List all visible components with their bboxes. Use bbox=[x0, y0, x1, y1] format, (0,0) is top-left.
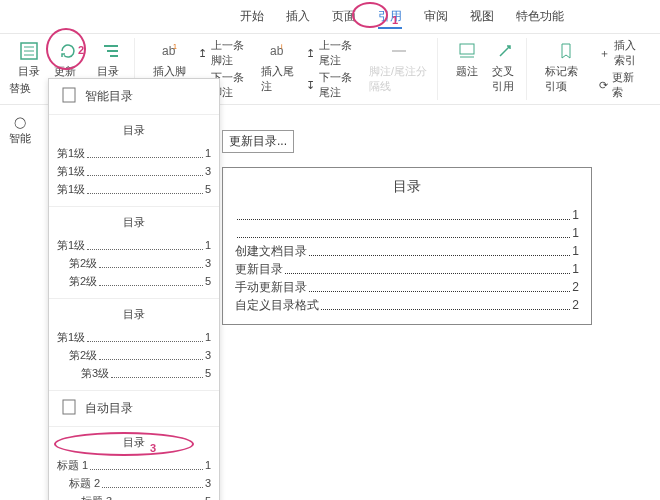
svg-text:1: 1 bbox=[173, 43, 177, 50]
toc-entry[interactable]: 手动更新目录2 bbox=[235, 278, 579, 296]
note-separator-button: 脚注/尾注分隔线 bbox=[367, 38, 431, 96]
up-arrow-icon: ↥ bbox=[198, 47, 207, 60]
up-arrow-icon: ↥ bbox=[306, 47, 315, 60]
toc-preview-line: 标题 11 bbox=[57, 456, 211, 474]
toc-entry[interactable]: 更新目录1 bbox=[235, 260, 579, 278]
svg-rect-15 bbox=[63, 400, 75, 414]
toc-preview-line: 第1级3 bbox=[57, 162, 211, 180]
doc-icon bbox=[59, 85, 79, 108]
toc-style-3[interactable]: 目录 第1级1第2级3第3级5 bbox=[49, 299, 219, 391]
tab-开始[interactable]: 开始 bbox=[240, 6, 264, 29]
toc-style-4[interactable]: 目录 标题 11标题 23标题 35 bbox=[49, 427, 219, 500]
tab-引用[interactable]: 引用 bbox=[378, 6, 402, 29]
cross-reference-button[interactable]: 交叉引用 bbox=[490, 38, 520, 96]
svg-rect-14 bbox=[63, 88, 75, 102]
crossref-icon bbox=[494, 40, 516, 62]
toc-preview-line: 标题 35 bbox=[81, 492, 211, 500]
smart-toc-header: 智能目录 bbox=[49, 79, 219, 115]
tab-插入[interactable]: 插入 bbox=[286, 6, 310, 29]
next-endnote-button[interactable]: ↧下一条尾注 bbox=[306, 70, 357, 100]
caption-icon bbox=[456, 40, 478, 62]
toc-preview-line: 第2级3 bbox=[69, 254, 211, 272]
caption-button[interactable]: 题注 bbox=[454, 38, 480, 81]
mark-index-button[interactable]: 标记索引项 bbox=[543, 38, 589, 96]
smart-toggle[interactable]: ◯智能 bbox=[9, 116, 31, 146]
footnote-insert-icon: ab1 bbox=[158, 40, 180, 62]
insert-index-button[interactable]: ＋插入索引 bbox=[599, 38, 644, 68]
replace-label: 替换 bbox=[9, 81, 31, 96]
toc-preview-line: 第3级5 bbox=[81, 364, 211, 382]
toc-icon bbox=[18, 40, 40, 62]
auto-toc-header: 自动目录 bbox=[49, 391, 219, 427]
tab-视图[interactable]: 视图 bbox=[470, 6, 494, 29]
separator-icon bbox=[388, 40, 410, 62]
toc-dropdown-menu: 智能目录 目录 第1级1第1级3第1级5 目录 第1级1第2级3第2级5 目录 … bbox=[48, 78, 220, 500]
prev-footnote-button[interactable]: ↥上一条脚注 bbox=[198, 38, 249, 68]
toc-entry[interactable]: 1 bbox=[235, 224, 579, 242]
toc-preview-line: 第1级1 bbox=[57, 236, 211, 254]
bookmark-icon bbox=[555, 40, 577, 62]
toc-dropdown-button[interactable]: 目录 bbox=[16, 38, 42, 81]
refresh-small-icon: ⟳ bbox=[599, 79, 608, 92]
toc-preview-line: 标题 23 bbox=[69, 474, 211, 492]
svg-rect-12 bbox=[460, 44, 474, 54]
toc-preview-line: 第1级1 bbox=[57, 328, 211, 346]
doc-icon bbox=[59, 397, 79, 420]
toc-field[interactable]: 目录 11创建文档目录1更新目录1手动更新目录2自定义目录格式2 bbox=[222, 167, 592, 325]
tab-审阅[interactable]: 审阅 bbox=[424, 6, 448, 29]
endnote-insert-icon: abi bbox=[266, 40, 288, 62]
toc-style-1[interactable]: 目录 第1级1第1级3第1级5 bbox=[49, 115, 219, 207]
toc-entry[interactable]: 自定义目录格式2 bbox=[235, 296, 579, 314]
toc-entry[interactable]: 1 bbox=[235, 206, 579, 224]
tab-特色功能[interactable]: 特色功能 bbox=[516, 6, 564, 29]
toc-entry[interactable]: 创建文档目录1 bbox=[235, 242, 579, 260]
down-arrow-icon: ↧ bbox=[306, 79, 315, 92]
refresh-icon bbox=[57, 40, 79, 62]
toc-preview-line: 第1级5 bbox=[57, 180, 211, 198]
level-icon bbox=[100, 40, 122, 62]
toc-preview-line: 第2级5 bbox=[69, 272, 211, 290]
toc-preview-line: 第2级3 bbox=[69, 346, 211, 364]
update-toc-hint[interactable]: 更新目录... bbox=[222, 130, 294, 153]
toc-preview-line: 第1级1 bbox=[57, 144, 211, 162]
plus-icon: ＋ bbox=[599, 46, 610, 61]
insert-endnote-button[interactable]: abi 插入尾注 bbox=[259, 38, 296, 96]
prev-endnote-button[interactable]: ↥上一条尾注 bbox=[306, 38, 357, 68]
toc-style-2[interactable]: 目录 第1级1第2级3第2级5 bbox=[49, 207, 219, 299]
tab-页面[interactable]: 页面 bbox=[332, 6, 356, 29]
toc-heading: 目录 bbox=[235, 178, 579, 196]
toggle-icon: ◯ bbox=[14, 116, 26, 129]
update-index-button: ⟳更新索 bbox=[599, 70, 644, 100]
